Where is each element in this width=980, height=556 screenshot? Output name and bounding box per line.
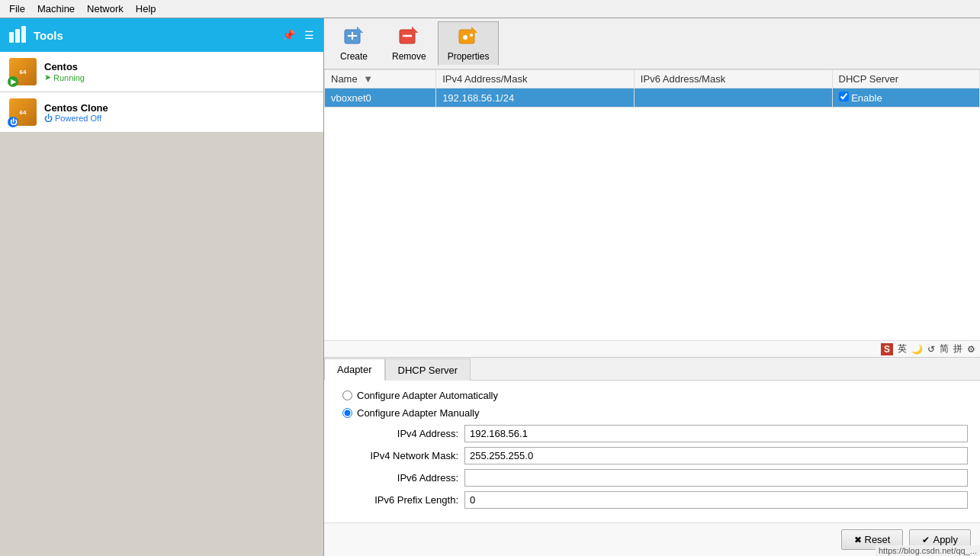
vm-info-centos: Centos ➤ Running bbox=[44, 61, 85, 82]
vm-icon-centos: 64 ▶ bbox=[9, 58, 37, 85]
vm-item-centos[interactable]: 64 ▶ Centos ➤ Running bbox=[0, 52, 323, 92]
reset-label: Reset bbox=[865, 534, 891, 545]
vm-icon-centos-clone: 64 ⏻ bbox=[9, 98, 37, 126]
ipv4-mask-row: IPv4 Network Mask: bbox=[336, 447, 968, 464]
ipv4-address-row: IPv4 Address: bbox=[336, 425, 968, 442]
toolbar: Create Remove bbox=[324, 18, 980, 69]
network-table: Name ▼ IPv4 Address/Mask IPv6 Address/Ma… bbox=[324, 69, 980, 108]
ime-gear-icon[interactable]: ⚙ bbox=[967, 344, 975, 355]
vm-name-centos-clone: Centos Clone bbox=[44, 102, 108, 114]
ipv6-prefix-label: IPv6 Prefix Length: bbox=[336, 494, 458, 506]
tools-svg-icon bbox=[6, 24, 27, 46]
ipv4-mask-label: IPv4 Network Mask: bbox=[336, 450, 458, 461]
apply-icon: ✔ bbox=[922, 535, 930, 545]
svg-rect-1 bbox=[15, 29, 20, 43]
pin-icon[interactable]: 📌 bbox=[279, 27, 298, 43]
svg-marker-10 bbox=[412, 27, 418, 33]
tools-icon bbox=[6, 24, 27, 46]
vm-info-centos-clone: Centos Clone ⏻ Powered Off bbox=[44, 102, 108, 123]
ime-status-row: S 英 🌙 ↺ 简 拼 ⚙ bbox=[324, 340, 980, 357]
sidebar-empty-area bbox=[0, 133, 323, 556]
create-label: Create bbox=[340, 51, 368, 62]
ime-pin-icon[interactable]: 拼 bbox=[953, 342, 962, 355]
adapter-form: Configure Adapter Automatically Configur… bbox=[324, 381, 980, 522]
vm-status-centos: ➤ Running bbox=[44, 72, 85, 82]
ime-refresh-icon[interactable]: ↺ bbox=[927, 344, 935, 355]
svg-rect-2 bbox=[21, 26, 26, 43]
off-circle-icon: ⏻ bbox=[44, 114, 53, 123]
ime-s-icon[interactable]: S bbox=[881, 343, 893, 355]
vm-item-centos-clone[interactable]: 64 ⏻ Centos Clone ⏻ Powered Off bbox=[0, 92, 323, 133]
ipv6-address-label: IPv6 Address: bbox=[336, 472, 458, 484]
sidebar: Tools 📌 ☰ 64 ▶ Centos ➤ Running bbox=[0, 18, 324, 556]
url-bar: https://blog.csdn.net/qq_... bbox=[876, 545, 980, 556]
col-name[interactable]: Name ▼ bbox=[325, 70, 436, 88]
cell-name: vboxnet0 bbox=[325, 88, 436, 108]
vm-name-centos: Centos bbox=[44, 61, 85, 72]
menu-help[interactable]: Help bbox=[130, 2, 162, 16]
col-ipv6[interactable]: IPv6 Address/Mask bbox=[634, 70, 832, 88]
create-button[interactable]: Create bbox=[327, 21, 381, 66]
ime-moon-icon[interactable]: 🌙 bbox=[911, 344, 923, 355]
menu-machine[interactable]: Machine bbox=[31, 2, 81, 16]
tab-adapter[interactable]: Adapter bbox=[324, 358, 385, 381]
remove-icon bbox=[397, 25, 421, 50]
off-badge: ⏻ bbox=[8, 117, 18, 127]
menubar: File Machine Network Help bbox=[0, 0, 980, 18]
ime-english-icon[interactable]: 英 bbox=[898, 342, 907, 355]
tools-header: Tools 📌 ☰ bbox=[0, 18, 323, 52]
svg-marker-14 bbox=[471, 27, 477, 33]
sort-indicator: ▼ bbox=[363, 73, 373, 85]
properties-label: Properties bbox=[448, 51, 490, 62]
ipv6-prefix-row: IPv6 Prefix Length: bbox=[336, 491, 968, 509]
cell-ipv4: 192.168.56.1/24 bbox=[436, 88, 635, 108]
dhcp-label: Enable bbox=[851, 92, 882, 104]
vm-status-centos-clone: ⏻ Powered Off bbox=[44, 114, 108, 123]
ipv4-mask-input[interactable] bbox=[464, 447, 968, 464]
remove-button[interactable]: Remove bbox=[382, 21, 436, 66]
network-table-area: Name ▼ IPv4 Address/Mask IPv6 Address/Ma… bbox=[324, 69, 980, 340]
dhcp-checkbox[interactable] bbox=[839, 92, 849, 101]
radio-manual[interactable] bbox=[342, 408, 352, 418]
running-arrow-icon: ➤ bbox=[44, 72, 51, 82]
col-dhcp[interactable]: DHCP Server bbox=[832, 70, 979, 88]
svg-rect-0 bbox=[9, 32, 14, 43]
cell-dhcp: Enable bbox=[832, 88, 979, 108]
svg-point-16 bbox=[470, 34, 473, 37]
table-row[interactable]: vboxnet0 192.168.56.1/24 Enable bbox=[325, 88, 980, 108]
ime-jian-icon[interactable]: 简 bbox=[940, 342, 949, 355]
remove-label: Remove bbox=[392, 51, 426, 62]
menu-file[interactable]: File bbox=[3, 2, 31, 16]
tab-dhcp-server[interactable]: DHCP Server bbox=[385, 358, 471, 381]
properties-button[interactable]: Properties bbox=[438, 21, 500, 66]
cell-ipv6 bbox=[634, 88, 832, 108]
radio-auto[interactable] bbox=[342, 390, 352, 400]
radio-manual-row: Configure Adapter Manually bbox=[336, 407, 968, 419]
menu-icon[interactable]: ☰ bbox=[301, 27, 317, 43]
radio-auto-row: Configure Adapter Automatically bbox=[336, 390, 968, 401]
tabs-row: Adapter DHCP Server bbox=[324, 358, 980, 381]
col-ipv4[interactable]: IPv4 Address/Mask bbox=[436, 70, 635, 88]
menu-network[interactable]: Network bbox=[81, 2, 130, 16]
tools-actions: 📌 ☰ bbox=[279, 27, 317, 43]
right-panel: Create Remove bbox=[324, 18, 980, 556]
radio-auto-label[interactable]: Configure Adapter Automatically bbox=[357, 390, 498, 401]
create-icon bbox=[342, 25, 366, 50]
ipv4-address-label: IPv4 Address: bbox=[336, 428, 458, 439]
reset-icon: ✖ bbox=[854, 535, 862, 545]
ipv6-address-input[interactable] bbox=[464, 469, 968, 487]
apply-label: Apply bbox=[933, 534, 958, 545]
ipv6-address-row: IPv6 Address: bbox=[336, 469, 968, 487]
ipv4-address-input[interactable] bbox=[464, 425, 968, 442]
svg-point-15 bbox=[463, 35, 468, 40]
config-panel: Adapter DHCP Server Configure Adapter Au… bbox=[324, 357, 980, 556]
properties-icon bbox=[456, 25, 480, 50]
svg-marker-5 bbox=[357, 27, 363, 33]
tools-title: Tools bbox=[34, 29, 273, 42]
ipv6-prefix-input[interactable] bbox=[464, 491, 968, 509]
radio-manual-label[interactable]: Configure Adapter Manually bbox=[357, 407, 479, 419]
main-container: Tools 📌 ☰ 64 ▶ Centos ➤ Running bbox=[0, 18, 980, 556]
running-badge: ▶ bbox=[8, 76, 18, 87]
